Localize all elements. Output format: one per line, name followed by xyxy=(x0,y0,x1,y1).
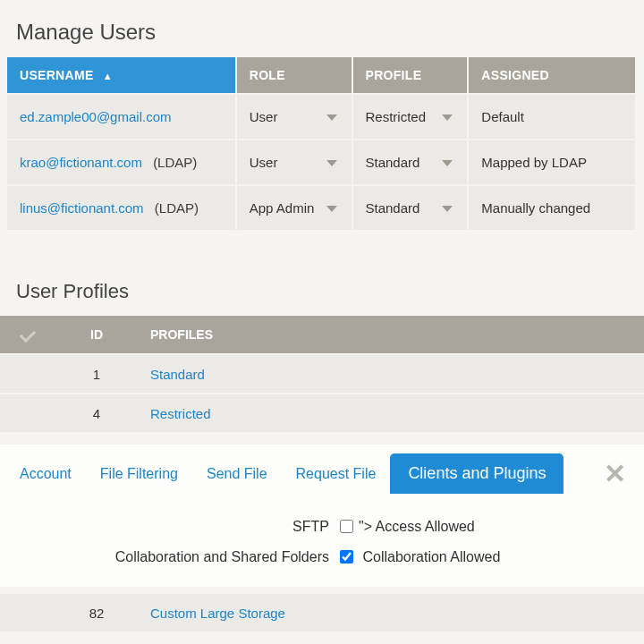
tab-clients-plugins[interactable]: Clients and Plugins xyxy=(390,453,564,494)
col-header-profiles[interactable]: PROFILES xyxy=(138,327,213,342)
ldap-tag xyxy=(171,109,178,124)
table-row: krao@fictionant.com (LDAP) User Standard… xyxy=(7,140,636,185)
tab-file-filtering[interactable]: File Filtering xyxy=(86,455,192,493)
profiles-header: ID PROFILES xyxy=(0,316,644,353)
chevron-down-icon xyxy=(326,206,337,212)
profile-link[interactable]: Standard xyxy=(150,367,205,382)
chevron-down-icon xyxy=(442,206,453,212)
collab-checkbox[interactable] xyxy=(340,550,353,564)
table-row: linus@fictionant.com (LDAP) App Admin St… xyxy=(7,185,636,230)
col-header-role[interactable]: ROLE xyxy=(236,57,352,94)
profile-select[interactable]: Standard xyxy=(352,140,469,185)
role-select[interactable]: App Admin xyxy=(236,185,352,230)
ldap-tag: (LDAP) xyxy=(146,155,197,170)
profile-select[interactable]: Standard xyxy=(352,185,469,230)
chevron-down-icon xyxy=(442,114,453,121)
assigned-value: Mapped by LDAP xyxy=(468,140,636,185)
profile-id: 1 xyxy=(55,367,138,382)
username-link[interactable]: ed.zample00@gmail.com xyxy=(20,109,171,124)
collab-label: Collaboration and Shared Folders xyxy=(0,549,340,565)
sftp-control-label: Access Allowed xyxy=(376,519,475,534)
role-value: User xyxy=(250,109,278,124)
close-icon[interactable]: ✕ xyxy=(591,458,639,489)
profile-select[interactable]: Restricted xyxy=(352,94,469,140)
role-value: User xyxy=(250,155,278,170)
list-item: 82 Custom Large Storage xyxy=(0,592,644,631)
page-title-user-profiles: User Profiles xyxy=(0,230,644,316)
sftp-label: SFTP xyxy=(0,519,340,535)
ldap-tag: (LDAP) xyxy=(148,200,199,216)
col-header-username[interactable]: USERNAME ▲ xyxy=(7,57,236,94)
settings-panel: SFTP "> Access Allowed Collaboration and… xyxy=(0,506,644,587)
check-icon xyxy=(20,326,36,343)
profile-value: Standard xyxy=(366,200,420,216)
collab-control-label: Collaboration Allowed xyxy=(362,549,500,564)
chevron-down-icon xyxy=(442,160,453,166)
username-link[interactable]: linus@fictionant.com xyxy=(20,200,144,216)
role-select[interactable]: User xyxy=(236,94,352,140)
col-header-assigned[interactable]: ASSIGNED xyxy=(468,57,636,94)
chevron-down-icon xyxy=(326,114,337,121)
role-select[interactable]: User xyxy=(236,140,352,185)
sort-ascending-icon: ▲ xyxy=(103,71,113,81)
assigned-value: Default xyxy=(468,94,636,140)
col-header-username-label: USERNAME xyxy=(20,68,94,82)
profile-value: Restricted xyxy=(366,109,427,124)
chevron-down-icon xyxy=(326,160,337,166)
assigned-value: Manually changed xyxy=(468,185,636,230)
list-item: 1 Standard xyxy=(0,353,644,393)
username-link[interactable]: krao@fictionant.com xyxy=(20,155,142,170)
tab-bar: Account File Filtering Send File Request… xyxy=(0,445,644,506)
tab-send-file[interactable]: Send File xyxy=(192,455,282,493)
profile-id: 82 xyxy=(55,606,138,621)
page-title-manage-users: Manage Users xyxy=(0,0,644,57)
profile-link[interactable]: Custom Large Storage xyxy=(150,606,285,621)
col-header-id[interactable]: ID xyxy=(55,327,138,342)
users-table: USERNAME ▲ ROLE PROFILE ASSIGNED ed.zamp… xyxy=(7,57,637,230)
tab-request-file[interactable]: Request File xyxy=(282,455,391,493)
profile-link[interactable]: Restricted xyxy=(150,406,211,421)
list-item: 4 Restricted xyxy=(0,393,644,432)
role-value: App Admin xyxy=(250,200,315,216)
profile-id: 4 xyxy=(55,406,138,421)
sftp-checkbox xyxy=(340,520,353,533)
profile-value: Standard xyxy=(366,155,420,170)
table-row: ed.zample00@gmail.com User Restricted De… xyxy=(7,94,636,140)
tab-account[interactable]: Account xyxy=(5,455,86,493)
col-header-check[interactable] xyxy=(0,327,55,342)
col-header-profile[interactable]: PROFILE xyxy=(352,57,469,94)
